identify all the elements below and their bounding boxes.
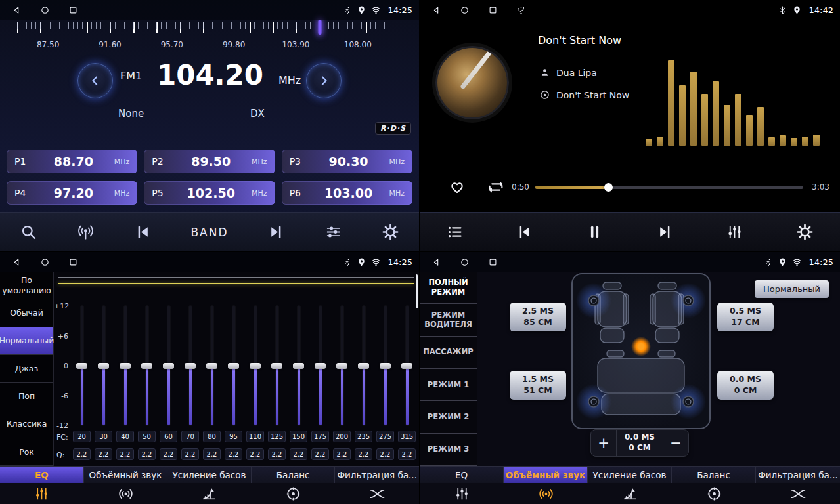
surround-icon[interactable] (504, 483, 588, 504)
eq-slider-handle[interactable] (336, 363, 347, 369)
eq-slider-handle[interactable] (120, 363, 131, 369)
sliders-icon[interactable] (324, 223, 342, 241)
filter-icon[interactable] (335, 483, 419, 504)
mixer-icon[interactable] (420, 483, 504, 504)
listening-mode[interactable]: РЕЖИМ 2 (420, 401, 477, 433)
nav-recents-icon[interactable] (68, 5, 78, 15)
settings-gear-icon[interactable] (382, 223, 399, 241)
balance-icon[interactable] (252, 483, 336, 504)
eq-band-slider[interactable] (223, 306, 244, 425)
eq-preset[interactable]: Классика (0, 410, 53, 438)
eq-band-slider[interactable] (374, 306, 396, 425)
eq-slider-handle[interactable] (271, 363, 282, 369)
nav-home-icon[interactable] (460, 5, 470, 15)
nav-back-icon[interactable] (431, 257, 441, 267)
listening-mode[interactable]: РЕЖИМ 3 (420, 434, 477, 466)
filter-icon[interactable] (756, 483, 840, 504)
eq-band-slider[interactable] (396, 306, 418, 425)
seek-knob[interactable] (604, 183, 613, 192)
eq-preset[interactable]: Джаз (0, 355, 53, 383)
dsp-tab[interactable]: EQ (420, 466, 504, 504)
band-button[interactable]: BAND (190, 226, 228, 239)
tune-down-button[interactable] (77, 63, 113, 98)
eq-band-slider[interactable] (114, 306, 136, 425)
repeat-button[interactable] (487, 178, 505, 196)
preset-P3[interactable]: P3 90.30 MHz (282, 150, 412, 173)
radio-scan-icon[interactable] (77, 223, 95, 241)
eq-slider-handle[interactable] (315, 363, 326, 369)
dsp-tab-label[interactable]: Усиление басов (588, 466, 672, 483)
preset-P2[interactable]: P2 89.50 MHz (144, 150, 275, 173)
eq-band-slider[interactable] (309, 306, 331, 425)
eq-slider-handle[interactable] (358, 363, 369, 369)
dsp-tab-label[interactable]: EQ (0, 466, 84, 483)
eq-band-slider[interactable] (93, 306, 114, 425)
eq-band-slider[interactable] (266, 306, 288, 425)
seek-bar[interactable] (535, 186, 803, 189)
delay-rear-left[interactable]: 1.5 MS 51 CM (510, 371, 566, 400)
mixer-icon[interactable] (726, 223, 743, 241)
dsp-tab[interactable]: Баланс (672, 466, 756, 504)
dsp-tab-label[interactable]: Фильтрация ба... (335, 466, 419, 483)
eq-slider-handle[interactable] (206, 363, 217, 369)
mixer-icon[interactable] (0, 483, 84, 504)
nav-recents-icon[interactable] (488, 257, 498, 267)
preset-P4[interactable]: P4 97.20 MHz (7, 181, 137, 205)
dsp-tab-label[interactable]: EQ (420, 466, 504, 483)
dsp-tab-label[interactable]: Объёмный звук (84, 466, 168, 483)
usb-icon[interactable] (516, 5, 526, 15)
eq-band-slider[interactable] (331, 306, 353, 425)
eq-slider-handle[interactable] (185, 363, 196, 369)
dsp-tab[interactable]: Фильтрация ба... (756, 466, 840, 504)
dsp-tab-label[interactable]: Фильтрация ба... (756, 466, 840, 483)
eq-slider-handle[interactable] (76, 363, 87, 369)
eq-preset[interactable]: По умолчанию (0, 272, 53, 299)
bass-boost-icon[interactable] (588, 483, 672, 504)
nav-home-icon[interactable] (40, 257, 50, 267)
eq-slider-handle[interactable] (380, 363, 391, 369)
favorite-button[interactable] (449, 178, 466, 196)
decrease-delay-button[interactable]: − (663, 430, 688, 456)
dsp-tab-label[interactable]: Баланс (672, 466, 756, 483)
dsp-tab-label[interactable]: Усиление басов (167, 466, 252, 483)
nav-recents-icon[interactable] (68, 257, 78, 267)
eq-preset[interactable]: Поп (0, 383, 53, 410)
preset-P6[interactable]: P6 103.00 MHz (282, 181, 412, 205)
nav-recents-icon[interactable] (488, 5, 498, 15)
surround-icon[interactable] (84, 483, 168, 504)
nav-back-icon[interactable] (12, 5, 22, 15)
bass-boost-icon[interactable] (167, 483, 252, 504)
listening-mode[interactable]: РЕЖИМ ВОДИТЕЛЯ (420, 304, 477, 336)
eq-preset[interactable]: Обычай (0, 299, 53, 327)
dsp-tab[interactable]: Объёмный звук (504, 466, 588, 504)
listening-mode[interactable]: РЕЖИМ 1 (420, 369, 477, 401)
eq-band-slider[interactable] (136, 306, 158, 425)
balance-icon[interactable] (672, 483, 756, 504)
eq-band-slider[interactable] (353, 306, 374, 425)
dsp-tab[interactable]: Усиление басов (588, 466, 672, 504)
dsp-tab[interactable]: Усиление басов (167, 466, 252, 504)
eq-band-slider[interactable] (244, 306, 266, 425)
search-icon[interactable] (20, 223, 37, 241)
nav-home-icon[interactable] (40, 5, 50, 15)
dsp-tab[interactable]: EQ (0, 466, 84, 504)
nav-back-icon[interactable] (431, 5, 441, 15)
next-track-icon[interactable] (656, 223, 674, 241)
eq-preset[interactable]: Нормальный (0, 327, 53, 355)
eq-band-slider[interactable] (71, 306, 93, 425)
delay-front-left[interactable]: 2.5 MS 85 CM (510, 303, 566, 331)
prev-station-icon[interactable] (134, 223, 152, 241)
delay-front-right[interactable]: 0.5 MS 17 CM (717, 303, 774, 331)
next-station-icon[interactable] (267, 223, 285, 241)
eq-slider-handle[interactable] (293, 363, 304, 369)
eq-slider-handle[interactable] (163, 363, 174, 369)
delay-rear-right[interactable]: 0.0 MS 0 CM (717, 371, 774, 400)
dsp-tab[interactable]: Объёмный звук (84, 466, 168, 504)
nav-back-icon[interactable] (12, 257, 22, 267)
eq-slider-handle[interactable] (401, 363, 412, 369)
eq-band-slider[interactable] (201, 306, 223, 425)
profile-button[interactable]: Нормальный (755, 280, 829, 298)
eq-band-slider[interactable] (158, 306, 179, 425)
preset-P1[interactable]: P1 88.70 MHz (7, 150, 137, 173)
eq-slider-handle[interactable] (250, 363, 261, 369)
